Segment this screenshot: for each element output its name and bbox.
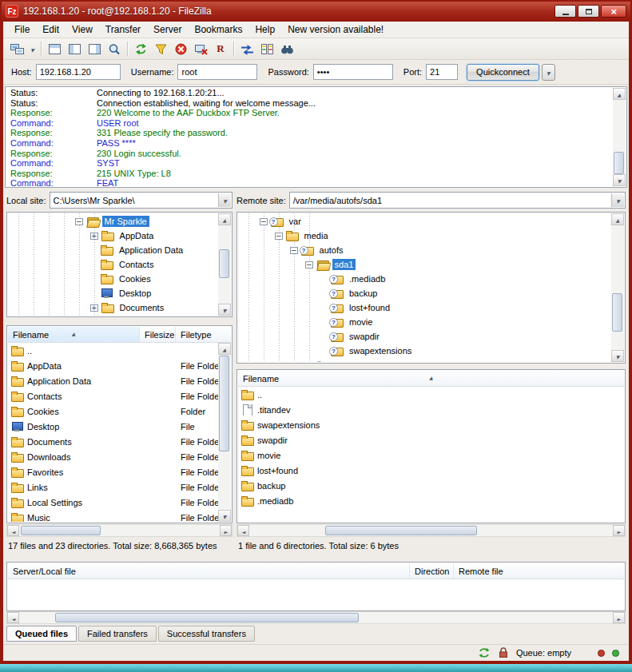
log-scrollbar[interactable] <box>613 88 626 186</box>
host-input[interactable] <box>36 64 121 80</box>
file-row[interactable]: DownloadsFile Folder <box>8 449 218 464</box>
column-header-filename[interactable]: Filename <box>238 371 624 386</box>
toggle-message-log-button[interactable] <box>45 40 64 58</box>
scroll-left-button[interactable] <box>7 525 19 536</box>
scrollbar-thumb[interactable] <box>614 152 624 174</box>
find-files-button[interactable] <box>277 40 296 58</box>
expand-icon[interactable]: + <box>90 233 98 240</box>
local-list-scrollbar[interactable] <box>218 343 231 522</box>
file-row[interactable]: .. <box>238 387 624 402</box>
tree-item[interactable]: +Downloads <box>8 315 217 316</box>
expand-icon[interactable]: + <box>305 362 313 363</box>
menu-item-help[interactable]: Help <box>248 22 281 38</box>
tree-item[interactable]: swapextensions <box>238 344 610 358</box>
scroll-down-button[interactable] <box>611 350 624 362</box>
directory-comparison-button[interactable] <box>257 40 276 58</box>
local-tree-scrollbar[interactable] <box>218 213 231 316</box>
scroll-left-button[interactable] <box>237 525 249 536</box>
tab-queued-files[interactable]: Queued files <box>6 626 77 642</box>
scrollbar-thumb[interactable] <box>325 526 477 535</box>
menu-item-view[interactable]: View <box>66 22 99 38</box>
tree-item[interactable]: Application Data <box>8 243 217 257</box>
local-site-combo[interactable]: C:\Users\Mr Sparkle\ <box>50 192 233 209</box>
tree-item[interactable]: movie <box>238 315 610 329</box>
file-row[interactable]: Application DataFile Folder <box>8 373 218 388</box>
tree-item[interactable]: −autofs <box>238 243 610 257</box>
remote-tree-scrollbar[interactable] <box>611 213 624 362</box>
file-row[interactable]: FavoritesFile Folder <box>8 464 218 479</box>
username-input[interactable] <box>177 64 257 80</box>
file-row[interactable]: .mediadb <box>238 493 624 508</box>
scroll-up-button[interactable] <box>611 213 624 225</box>
menu-item-edit[interactable]: Edit <box>36 22 66 38</box>
tree-item[interactable]: −Mr Sparkle <box>8 214 217 229</box>
tree-item[interactable]: −sda1 <box>238 257 610 272</box>
toggle-local-tree-button[interactable] <box>65 40 84 58</box>
collapse-icon[interactable]: − <box>275 233 283 240</box>
column-header-filesize[interactable]: Filesize <box>140 327 176 342</box>
collapse-icon[interactable]: − <box>75 218 83 225</box>
file-row[interactable]: .titandev <box>238 402 624 417</box>
tree-item[interactable]: .mediadb <box>238 272 610 286</box>
scroll-right-button[interactable] <box>613 525 625 536</box>
tree-item[interactable]: −media <box>238 229 610 243</box>
file-row[interactable]: movie <box>238 447 624 463</box>
tree-item[interactable]: Cookies <box>8 272 217 286</box>
synchronized-browsing-button[interactable] <box>237 40 256 58</box>
tab-successful-transfers[interactable]: Successful transfers <box>158 626 255 642</box>
queue-hscrollbar[interactable] <box>6 611 626 624</box>
file-row[interactable]: lost+found <box>238 463 624 478</box>
scroll-down-button[interactable] <box>218 510 231 522</box>
menu-item-server[interactable]: Server <box>147 22 188 38</box>
tree-item[interactable]: swapdir <box>238 329 610 344</box>
menu-item-transfer[interactable]: Transfer <box>99 22 147 38</box>
column-header-remote-file[interactable]: Remote file <box>454 563 624 579</box>
file-row[interactable]: ContactsFile Folder <box>8 388 218 404</box>
tab-failed-transfers[interactable]: Failed transfers <box>78 626 157 642</box>
site-manager-button[interactable] <box>7 40 26 58</box>
collapse-icon[interactable]: − <box>290 247 298 254</box>
quickconnect-dropdown[interactable] <box>542 64 555 81</box>
file-row[interactable]: swapextensions <box>238 417 624 432</box>
combo-dropdown-button[interactable] <box>611 193 624 207</box>
tree-item[interactable]: +Documents <box>8 300 217 315</box>
refresh-button[interactable] <box>131 40 150 58</box>
scroll-down-button[interactable] <box>613 174 626 186</box>
scrollbar-thumb[interactable] <box>21 526 101 535</box>
tree-item[interactable]: +AppData <box>8 229 217 243</box>
cancel-operation-button[interactable] <box>171 40 190 58</box>
collapse-icon[interactable]: − <box>260 218 268 225</box>
toggle-transfer-queue-button[interactable] <box>105 40 124 58</box>
disconnect-button[interactable] <box>191 40 210 58</box>
scroll-down-button[interactable] <box>218 304 231 316</box>
scrollbar-thumb[interactable] <box>219 356 229 451</box>
tree-item[interactable]: Desktop <box>8 286 217 300</box>
remote-list-hscrollbar[interactable] <box>237 524 626 537</box>
close-button[interactable] <box>601 5 626 18</box>
site-manager-dropdown[interactable] <box>27 40 38 58</box>
file-row[interactable]: backup <box>238 478 624 493</box>
combo-dropdown-button[interactable] <box>218 193 231 207</box>
minimize-button[interactable] <box>554 5 576 18</box>
scrollbar-thumb[interactable] <box>612 293 622 332</box>
menu-item-new-version-available[interactable]: New version available! <box>281 22 390 38</box>
menu-item-bookmarks[interactable]: Bookmarks <box>188 22 248 38</box>
scroll-up-button[interactable] <box>613 88 626 100</box>
remote-site-combo[interactable]: /var/media/autofs/sda1 <box>289 192 626 209</box>
column-header-direction[interactable]: Direction <box>410 563 454 579</box>
file-row[interactable]: MusicFile Folder <box>8 510 218 522</box>
reconnect-button[interactable]: R <box>211 40 230 58</box>
tree-item[interactable]: Contacts <box>8 257 217 272</box>
tree-item[interactable]: +dvd <box>238 358 610 362</box>
maximize-button[interactable] <box>578 5 599 18</box>
scrollbar-thumb[interactable] <box>219 249 229 278</box>
local-list-hscrollbar[interactable] <box>6 524 233 537</box>
file-row[interactable]: AppDataFile Folder <box>8 358 218 373</box>
scrollbar-thumb[interactable] <box>55 613 359 622</box>
scroll-right-button[interactable] <box>220 525 232 536</box>
tree-item[interactable]: backup <box>238 286 610 300</box>
file-row[interactable]: CookiesFolder <box>8 404 218 419</box>
menu-item-file[interactable]: File <box>8 22 36 38</box>
column-header-server-local-file[interactable]: Server/Local file <box>8 563 410 579</box>
file-row[interactable]: LinksFile Folder <box>8 479 218 495</box>
